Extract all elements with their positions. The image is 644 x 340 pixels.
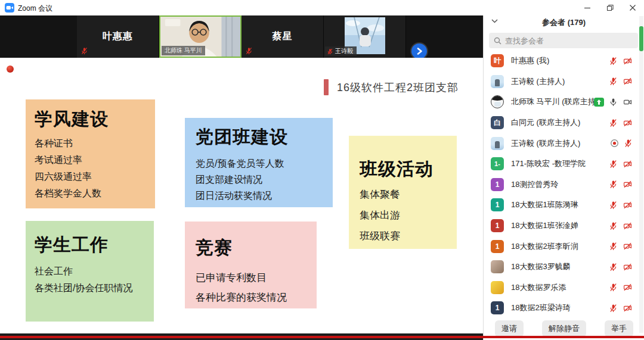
participant-row[interactable]: 1 18大数据2班李昕润 [484, 236, 640, 257]
zoom-app-icon [5, 3, 14, 13]
cam-off-icon [623, 180, 633, 189]
cam-off-icon [623, 160, 633, 169]
mic-off-icon [609, 283, 618, 292]
participant-name: 18测控曾秀玲 [511, 179, 609, 190]
participant-name: 叶惠惠 (我) [511, 55, 609, 66]
tile-name-label: 王诗毅 [325, 46, 357, 56]
participant-status-icons [609, 304, 633, 313]
participant-row[interactable]: 1 18数据2班梁诗琦 [484, 298, 640, 319]
unmute-button[interactable]: 解除静音 [542, 320, 586, 337]
participant-avatar: 1 [491, 240, 504, 253]
slide-box-party-league: 党团班建设 党员/预备党员等人数 团支部建设情况 团日活动获奖情况 [185, 118, 333, 207]
video-tile[interactable]: 王诗毅 [324, 15, 406, 58]
participant-avatar: 1- [491, 157, 504, 170]
participant-row[interactable]: 1 18测控曾秀玲 [484, 174, 640, 195]
participant-name: 18大数据3罗毓麟 [511, 261, 609, 272]
cam-off-icon [623, 222, 633, 230]
participant-list: 叶 叶惠惠 (我) 王诗毅 (主持人) 北师珠 马平川 (联席主持人) 白 白同… [484, 51, 640, 319]
restore-button[interactable] [599, 0, 621, 15]
participant-avatar [491, 95, 504, 108]
box-title: 班级活动 [360, 157, 457, 182]
participant-status-icons [609, 242, 633, 251]
participant-avatar: 1 [491, 178, 504, 191]
mic-off-icon [609, 263, 618, 272]
box-item: 考试通过率 [35, 152, 155, 169]
cam-on-icon [623, 98, 633, 107]
box-title: 竞赛 [196, 236, 317, 260]
box-item: 各种比赛的获奖情况 [196, 288, 317, 307]
participant-name: 王诗毅 (主持人) [511, 76, 609, 87]
next-videos-button[interactable] [411, 43, 427, 59]
mic-off-icon [624, 139, 633, 148]
minimize-button[interactable] [576, 0, 599, 15]
invite-button[interactable]: 邀请 [495, 320, 524, 337]
slide-title: 16级软件工程2班团支部 [337, 80, 459, 95]
search-icon [494, 37, 501, 45]
participant-row[interactable]: 18大数据罗乐添 [484, 277, 640, 298]
participants-header: 参会者 (179) [484, 17, 644, 28]
participant-avatar: 叶 [491, 54, 504, 67]
tile-participant-name: 王诗毅 [335, 47, 353, 55]
cam-off-icon [623, 201, 633, 210]
participant-name: 171-陈映宏 -数理学院 [511, 158, 609, 169]
participant-name: 18大数据罗乐添 [511, 282, 609, 293]
close-button[interactable] [621, 0, 644, 15]
video-tile[interactable]: 叶惠惠 [77, 15, 159, 58]
cam-off-icon [623, 304, 633, 313]
participant-row[interactable]: 18大数据3罗毓麟 [484, 257, 640, 277]
participant-avatar [491, 260, 504, 273]
video-tile-active[interactable]: 北师珠 马平川 [159, 15, 242, 58]
participant-status-icons [609, 77, 633, 86]
mic-off-icon [609, 222, 618, 230]
participant-row[interactable]: 1 18大数据1班陈漪琳 [484, 195, 640, 216]
mic-off-icon [609, 201, 618, 210]
participant-row[interactable]: 1- 171-陈映宏 -数理学院 [484, 154, 640, 174]
slide-box-class-activity: 班级活动 集体聚餐 集体出游 班级联赛 [349, 136, 457, 249]
cam-off-icon [623, 242, 633, 251]
scrollbar-thumb[interactable] [639, 26, 643, 51]
slide-header: 16级软件工程2班团支部 [324, 79, 459, 95]
box-item: 四六级通过率 [35, 169, 155, 185]
accent-bar [324, 79, 329, 95]
participant-avatar: 1 [491, 301, 504, 314]
participant-avatar: 1 [491, 219, 504, 232]
participant-name: 18大数据1班张淦婵 [511, 220, 609, 231]
raise-hand-button[interactable]: 举手 [605, 320, 633, 337]
participant-status-icons [609, 160, 633, 169]
participant-row[interactable]: 王诗毅 (主持人) [484, 71, 640, 92]
box-item: 社会工作 [35, 263, 154, 280]
mic-off-icon [245, 47, 253, 55]
box-item: 集体出游 [360, 205, 457, 226]
window-title: Zoom 会议 [18, 4, 52, 14]
participant-row[interactable]: 王诗毅 (联席主持人) [484, 133, 640, 154]
shared-screen-slide: 16级软件工程2班团支部 学风建设 各种证书 考试通过率 四六级通过率 各档奖学… [0, 58, 483, 335]
participant-row[interactable]: 叶 叶惠惠 (我) [484, 51, 640, 71]
panel-buttons: 邀请 解除静音 举手 [484, 320, 644, 337]
search-box[interactable] [489, 33, 638, 48]
cam-off-icon [623, 118, 633, 127]
cam-off-icon [623, 263, 633, 272]
scrollbar-track[interactable] [639, 16, 643, 333]
search-input[interactable] [505, 36, 633, 45]
mic-off-icon [609, 77, 618, 86]
participant-status-icons [609, 263, 633, 272]
record-icon [610, 139, 619, 148]
participants-panel: 参会者 (179) 叶 叶惠惠 (我) 王诗毅 (主持人) 北师珠 马平川 (联… [483, 0, 644, 340]
box-item: 党员/预备党员等人数 [196, 155, 333, 171]
participant-status-icons [609, 57, 633, 65]
mic-off-icon [609, 180, 618, 189]
tile-participant-name: 蔡星 [242, 15, 323, 58]
box-item: 班级联赛 [360, 226, 457, 247]
mic-off-icon [609, 160, 618, 169]
participant-row[interactable]: 白 白同元 (联席主持人) [484, 113, 640, 133]
participant-row[interactable]: 北师珠 马平川 (联席主持人) [484, 92, 640, 113]
participant-row[interactable]: 1 18大数据1班张淦婵 [484, 216, 640, 236]
record-dot-icon [7, 65, 14, 73]
slide-box-competition: 竞赛 已申请专利数目 各种比赛的获奖情况 [185, 222, 317, 308]
participant-status-icons [609, 222, 633, 230]
mic-off-icon [327, 48, 333, 55]
participant-name: 18大数据1班陈漪琳 [511, 199, 609, 210]
participant-status-icons [609, 180, 633, 189]
participant-avatar [491, 75, 504, 88]
video-tile[interactable]: 蔡星 [242, 15, 324, 58]
